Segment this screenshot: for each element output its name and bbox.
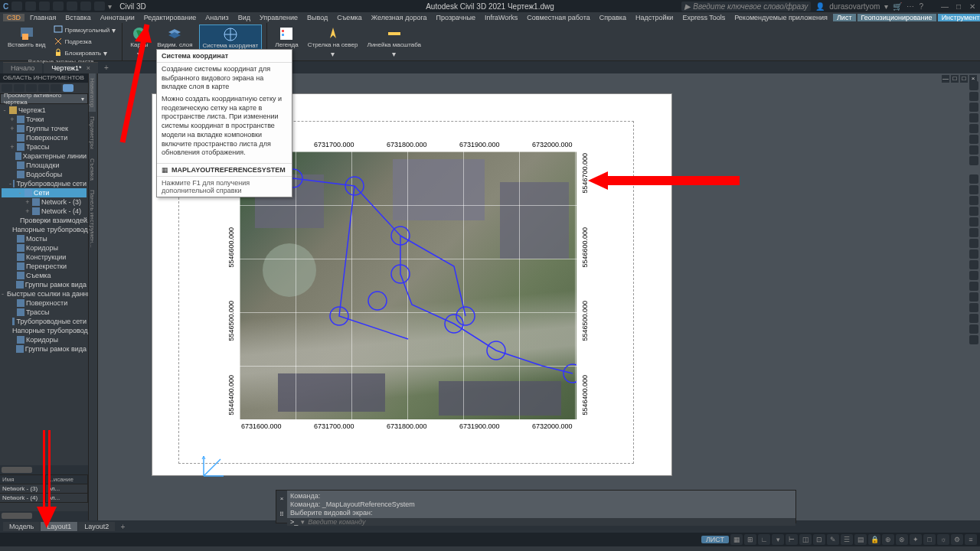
- tree-item[interactable]: Мосты: [2, 234, 87, 243]
- tree-item[interactable]: Водосборы: [2, 170, 87, 179]
- file-tab-start[interactable]: Начало: [3, 62, 42, 73]
- menu-Съемка[interactable]: Съемка: [333, 14, 365, 21]
- new-icon[interactable]: [11, 2, 22, 11]
- palette-tab-2[interactable]: Съемка: [89, 154, 96, 185]
- lock-button[interactable]: Блокировать ▾: [52, 47, 118, 58]
- tree-item[interactable]: +Группы точек: [2, 124, 87, 133]
- menu-Справка[interactable]: Справка: [596, 14, 630, 21]
- tree-item[interactable]: +Network - (3): [2, 197, 87, 207]
- menu-InfraWorks[interactable]: InfraWorks: [481, 14, 521, 21]
- tree-item[interactable]: Поверхности: [2, 133, 87, 142]
- svg-rect-7: [282, 30, 284, 32]
- tree-item[interactable]: Конструкции: [2, 253, 87, 262]
- menu-Геопозиционирование[interactable]: Геопозиционирование: [858, 14, 936, 21]
- menu-C3D[interactable]: C3D: [3, 14, 24, 21]
- tree-item[interactable]: Группы рамок вида: [2, 280, 87, 289]
- palette-tab-3[interactable]: Панель инструмен...: [89, 185, 96, 253]
- north-arrow-button[interactable]: Стрелка на север ▾: [305, 24, 361, 60]
- tree-item[interactable]: -Сети: [2, 188, 87, 197]
- clip-button[interactable]: Подрезка: [52, 36, 118, 47]
- menu-Вид[interactable]: Вид: [234, 14, 254, 21]
- menu-Главная[interactable]: Главная: [26, 14, 60, 21]
- tree-item[interactable]: +Network - (4): [2, 207, 87, 216]
- command-history: Команда:Команда: _MapLayoutReferenceSyst…: [287, 491, 795, 518]
- help-icon[interactable]: ?: [919, 2, 923, 11]
- save-icon[interactable]: [39, 2, 50, 11]
- tree-item[interactable]: Трассы: [2, 308, 87, 317]
- menu-Инструменты компоновки[interactable]: Инструменты компоновки: [938, 14, 980, 21]
- menu-Вставка[interactable]: Вставка: [61, 14, 94, 21]
- tree-item[interactable]: Поверхности: [2, 298, 87, 308]
- print-icon[interactable]: [94, 2, 105, 11]
- rectangular-button[interactable]: Прямоугольный ▾: [52, 24, 118, 35]
- app-title: Autodesk Civil 3D 2021 Чертеж1.dwg: [426, 2, 554, 11]
- user-icon[interactable]: 👤: [815, 2, 825, 11]
- open-icon[interactable]: [25, 2, 36, 11]
- quick-access-toolbar[interactable]: C ▾ Civil 3D: [3, 2, 146, 11]
- fav-icon[interactable]: ⋯: [906, 2, 914, 11]
- tree-item[interactable]: Коридоры: [2, 335, 87, 344]
- svg-point-19: [564, 364, 577, 383]
- status-bar[interactable]: ЛИСТ ▦ ⊞∟▾ ⊢◫⊡ ✎☰▤ 🔒⊕⊗ ✦□☼ ⚙≡: [0, 533, 980, 546]
- new-tab-button[interactable]: +: [100, 62, 113, 73]
- tree-item[interactable]: Коридоры: [2, 243, 87, 253]
- menu-Express Tools[interactable]: Express Tools: [678, 14, 729, 21]
- close-icon[interactable]: ×: [280, 495, 284, 502]
- tree-item[interactable]: -Быстрые ссылки на данные []: [2, 289, 87, 298]
- close-icon[interactable]: ×: [87, 64, 90, 72]
- redo-icon[interactable]: [80, 2, 91, 11]
- cart-icon[interactable]: 🛒: [893, 2, 902, 11]
- menu-Железная дорога[interactable]: Железная дорога: [368, 14, 431, 21]
- status-space-label[interactable]: ЛИСТ: [701, 536, 729, 543]
- drag-icon[interactable]: ⠿: [279, 511, 284, 518]
- user-name[interactable]: durasovartyom: [829, 2, 880, 11]
- menu-Анализ[interactable]: Анализ: [201, 14, 232, 21]
- saveas-icon[interactable]: [53, 2, 64, 11]
- menu-Прозрачные[interactable]: Прозрачные: [433, 14, 479, 21]
- tree-item[interactable]: Напорные трубопровод...: [2, 326, 87, 335]
- prospector-tree[interactable]: -Чертеж1+Точки+Группы точекПоверхности+Т…: [0, 104, 88, 465]
- menu-Вывод[interactable]: Вывод: [303, 14, 332, 21]
- tree-item[interactable]: Трубопроводные сети: [2, 317, 87, 326]
- tree-item[interactable]: -Трубопроводные сети: [2, 179, 87, 188]
- new-layout-button[interactable]: +: [116, 523, 129, 531]
- layer-visibility-button[interactable]: Видим. слоя: [154, 24, 195, 51]
- command-window[interactable]: ×⠿ Команда:Команда: _MapLayoutReferenceS…: [276, 490, 796, 523]
- command-input[interactable]: [308, 518, 792, 526]
- menu-Лист[interactable]: Лист: [833, 14, 856, 21]
- file-tab-drawing1[interactable]: Чертеж1*×: [44, 62, 98, 73]
- tooltip-title: Система координат: [157, 50, 292, 63]
- status-grid-icon[interactable]: ▦: [730, 534, 743, 545]
- right-toolbar[interactable]: [968, 80, 980, 346]
- axis-x-label: 6731800.000: [387, 141, 427, 148]
- layout-tab-model[interactable]: Модель: [3, 522, 40, 531]
- tree-item[interactable]: +Трассы: [2, 142, 87, 152]
- tree-item[interactable]: Напорные трубопровод...: [2, 225, 87, 234]
- menu-Совместная работа[interactable]: Совместная работа: [523, 14, 593, 21]
- tree-item[interactable]: Перекрестки: [2, 262, 87, 271]
- menu-Рекомендуемые приложения[interactable]: Рекомендуемые приложения: [730, 14, 831, 21]
- tree-item[interactable]: Площадки: [2, 161, 87, 170]
- tree-item[interactable]: Группы рамок вида: [2, 344, 87, 354]
- layout-tab-layout2[interactable]: Layout2: [78, 522, 115, 531]
- tree-item[interactable]: +Точки: [2, 115, 87, 124]
- palette-tabs[interactable]: НавигаторПараметрыСъемкаПанель инструмен…: [89, 73, 98, 520]
- scale-bar-button[interactable]: Линейка масштаба ▾: [364, 24, 424, 60]
- menu-Управление[interactable]: Управление: [256, 14, 302, 21]
- tree-item[interactable]: -Чертеж1: [2, 106, 87, 115]
- tree-item[interactable]: Съемка: [2, 271, 87, 280]
- palette-tab-0[interactable]: Навигатор: [89, 73, 96, 112]
- svg-rect-21: [605, 176, 740, 178]
- undo-icon[interactable]: [67, 2, 77, 11]
- toolspace-selector[interactable]: Просмотр активного чертежа▾: [0, 93, 88, 104]
- minimize-button[interactable]: —: [940, 2, 949, 11]
- tree-item[interactable]: Характерные линии: [2, 152, 87, 161]
- insert-view-button[interactable]: Вставить вид: [5, 24, 49, 51]
- maximize-button[interactable]: □: [954, 2, 963, 11]
- menu-Надстройки[interactable]: Надстройки: [632, 14, 677, 21]
- search-input[interactable]: ▶ Введите ключевое слово/фразу: [681, 2, 811, 11]
- close-button[interactable]: ✕: [968, 2, 977, 11]
- tree-item[interactable]: Проверки взаимодей...: [2, 216, 87, 225]
- palette-tab-1[interactable]: Параметры: [89, 112, 96, 154]
- coord-system-button[interactable]: Система координат: [199, 24, 263, 52]
